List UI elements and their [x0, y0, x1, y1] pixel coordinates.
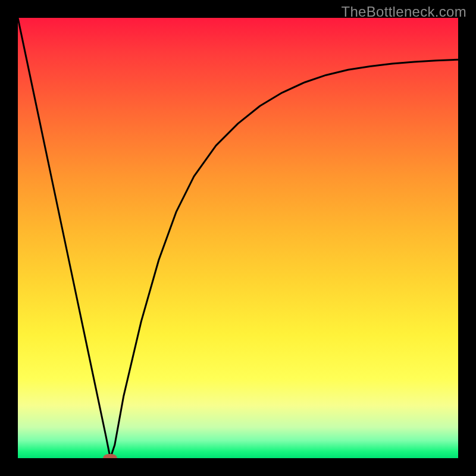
plot-area	[18, 18, 458, 458]
watermark-text: TheBottleneck.com	[341, 4, 466, 20]
optimal-point-marker	[103, 454, 117, 458]
bottleneck-curve-path	[18, 18, 458, 458]
curve-svg	[18, 18, 458, 458]
chart-frame: TheBottleneck.com	[0, 0, 476, 476]
